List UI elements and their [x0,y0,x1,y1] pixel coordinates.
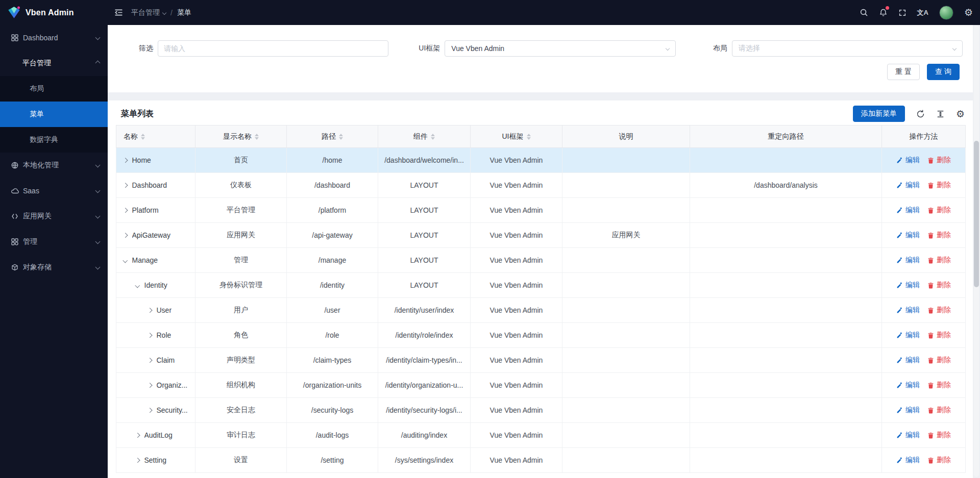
table-row[interactable]: Security... 安全日志 /security-logs /identit… [116,398,966,423]
delete-button[interactable]: 删除 [927,356,951,365]
delete-button[interactable]: 删除 [927,331,951,340]
delete-button[interactable]: 删除 [927,256,951,265]
expand-icon[interactable] [135,433,140,437]
sidebar-item-layout[interactable]: 布局 [0,76,108,102]
table-row[interactable]: Manage 管理 /manage LAYOUT Vue Vben Admin … [116,248,966,273]
add-menu-button[interactable]: 添加新菜单 [853,106,905,122]
delete-button[interactable]: 删除 [927,281,951,290]
sidebar-item-data-dictionary[interactable]: 数据字典 [0,127,108,153]
sidebar-item-object-storage[interactable]: 对象存储 [0,255,108,280]
sidebar-item-label: 对象存储 [23,263,96,272]
scrollbar-thumb[interactable] [974,141,979,287]
expand-icon[interactable] [148,308,152,312]
sidebar-item-manage[interactable]: 管理 [0,229,108,255]
expand-icon[interactable] [148,358,152,362]
avatar[interactable] [939,6,953,20]
edit-button[interactable]: 编辑 [896,431,920,440]
sidebar-item-menu[interactable]: 菜单 [0,102,108,127]
column-header-ui-framework[interactable]: UI框架 [471,125,562,148]
cell-description [562,348,690,373]
column-header-path[interactable]: 路径 [287,125,378,148]
ui-framework-select[interactable]: Vue Vben Admin [445,40,675,57]
layout-select[interactable]: 请选择 [732,40,963,57]
sidebar-item-saas[interactable]: Saas [0,178,108,204]
refresh-icon[interactable] [916,110,925,118]
settings-icon[interactable]: ⚙ [964,8,973,17]
delete-button[interactable]: 删除 [927,406,951,415]
table-row[interactable]: ApiGateway 应用网关 /api-gateway LAYOUT Vue … [116,223,966,248]
delete-button[interactable]: 删除 [927,306,951,315]
sidebar-item-dashboard[interactable]: Dashboard [0,25,108,51]
delete-button[interactable]: 删除 [927,206,951,215]
expand-icon[interactable] [123,258,128,262]
delete-button[interactable]: 删除 [927,231,951,240]
expand-icon[interactable] [148,333,152,337]
search-icon[interactable] [860,8,868,17]
edit-icon [896,432,903,439]
collapse-sidebar-icon[interactable] [114,8,124,17]
table-row[interactable]: Home 首页 /home /dashboard/welcome/in... V… [116,148,966,173]
delete-button[interactable]: 删除 [927,381,951,390]
delete-button[interactable]: 删除 [927,156,951,165]
table-row[interactable]: Claim 声明类型 /claim-types /identity/claim-… [116,348,966,373]
query-button[interactable]: 查 询 [927,64,960,80]
edit-button[interactable]: 编辑 [896,181,920,190]
translate-icon[interactable]: 文A [917,8,928,17]
delete-button[interactable]: 删除 [927,431,951,440]
sidebar-item-api-gateway[interactable]: 应用网关 [0,204,108,229]
expand-icon[interactable] [148,408,152,412]
edit-button[interactable]: 编辑 [896,306,920,315]
expand-icon[interactable] [135,283,140,287]
breadcrumb-parent[interactable]: 平台管理 [131,8,166,17]
expand-icon[interactable] [123,183,128,187]
column-settings-icon[interactable]: ⚙ [956,109,965,119]
filter-field-ui-framework: UI框架 Vue Vben Admin [402,40,675,57]
table-row[interactable]: Identity 身份标识管理 /identity LAYOUT Vue Vbe… [116,273,966,298]
edit-button[interactable]: 编辑 [896,281,920,290]
table-row[interactable]: AuditLog 审计日志 /audit-logs /auditing/inde… [116,423,966,448]
cell-redirect [690,148,882,173]
column-header-display-name[interactable]: 显示名称 [195,125,287,148]
edit-button[interactable]: 编辑 [896,156,920,165]
expand-icon[interactable] [148,383,152,387]
edit-button[interactable]: 编辑 [896,381,920,390]
delete-label: 删除 [937,156,951,165]
scrollbar[interactable] [974,25,979,477]
sidebar-item-localization[interactable]: 本地化管理 [0,153,108,178]
tree-indent [124,335,148,336]
column-header-component[interactable]: 组件 [378,125,471,148]
edit-button[interactable]: 编辑 [896,456,920,465]
delete-button[interactable]: 删除 [927,456,951,465]
table-row[interactable]: Dashboard 仪表板 /dashboard LAYOUT Vue Vben… [116,173,966,198]
cell-redirect [690,373,882,398]
logo[interactable]: Vben Admin [0,0,108,25]
edit-button[interactable]: 编辑 [896,406,920,415]
reset-button[interactable]: 重 置 [887,64,920,80]
edit-button[interactable]: 编辑 [896,256,920,265]
expand-icon[interactable] [123,208,128,212]
delete-button[interactable]: 删除 [927,181,951,190]
cell-redirect [690,348,882,373]
fullscreen-icon[interactable] [898,9,906,17]
table-row[interactable]: Organiz... 组织机构 /organization-units /ide… [116,373,966,398]
bell-icon[interactable] [879,8,888,17]
breadcrumb-current: 菜单 [177,8,191,17]
edit-button[interactable]: 编辑 [896,356,920,365]
table-row[interactable]: User 用户 /user /identity/user/index Vue V… [116,298,966,323]
row-height-icon[interactable] [936,110,945,118]
expand-icon[interactable] [123,158,128,162]
cell-description [562,448,690,473]
chevron-down-icon [952,46,957,51]
table-row[interactable]: Role 角色 /role /identity/role/index Vue V… [116,323,966,348]
sidebar-item-platform-management[interactable]: 平台管理 [0,51,108,76]
table-row[interactable]: Setting 设置 /setting /sys/settings/index … [116,448,966,473]
expand-icon[interactable] [135,458,140,462]
column-header-name[interactable]: 名称 [116,125,195,148]
edit-button[interactable]: 编辑 [896,231,920,240]
table-row[interactable]: Platform 平台管理 /platform LAYOUT Vue Vben … [116,198,966,223]
keyword-input[interactable] [158,40,388,57]
expand-icon[interactable] [123,233,128,237]
edit-button[interactable]: 编辑 [896,331,920,340]
edit-button[interactable]: 编辑 [896,206,920,215]
cell-component: /identity/claim-types/in... [378,348,471,373]
